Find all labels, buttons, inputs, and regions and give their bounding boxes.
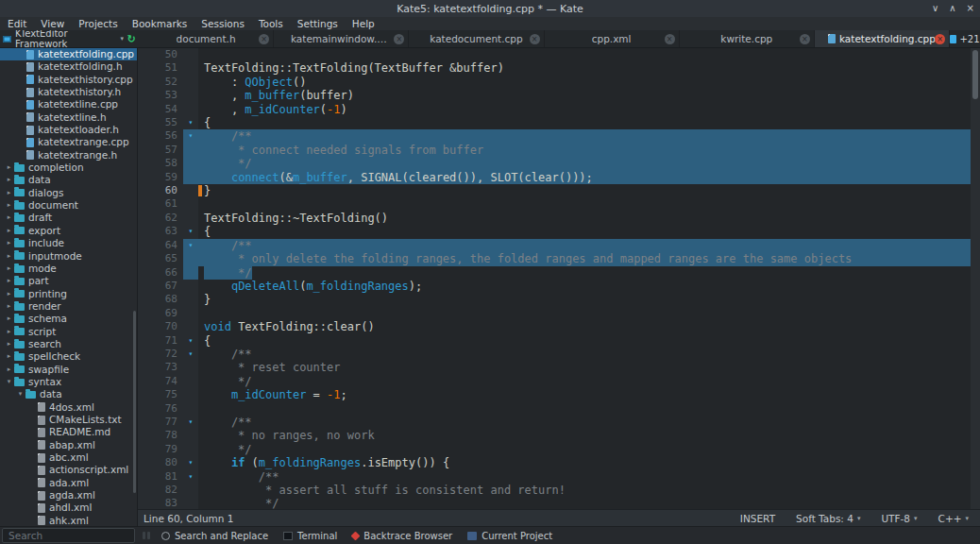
- toolview-search-replace-button[interactable]: Search and Replace: [161, 531, 268, 541]
- window-close-button[interactable]: ×: [967, 0, 974, 17]
- tab-width-selector[interactable]: Soft Tabs: 4 ▾: [796, 513, 860, 524]
- tree-item-agda.xml[interactable]: agda.xml: [0, 489, 137, 502]
- chevron-right-icon[interactable]: ▸: [4, 326, 14, 338]
- search-input[interactable]: [2, 528, 135, 543]
- toolview-backtrace-button[interactable]: Backtrace Browser: [352, 531, 452, 541]
- toolview-project-view-button[interactable]: Current Project: [467, 531, 552, 541]
- tree-item-CMakeLists.txt[interactable]: CMakeLists.txt: [0, 414, 137, 426]
- tree-item-katetextrange.cpp[interactable]: katetextrange.cpp: [0, 136, 137, 148]
- tree-item-syntax[interactable]: ▾syntax: [0, 376, 137, 388]
- tree-item-part[interactable]: ▸part: [0, 275, 137, 287]
- tree-item-swapfile[interactable]: ▸swapfile: [0, 364, 137, 376]
- tree-item-draft[interactable]: ▸draft: [0, 212, 137, 224]
- toolview-grip[interactable]: [143, 532, 150, 539]
- tree-item-README.md[interactable]: README.md: [0, 426, 137, 438]
- chevron-right-icon[interactable]: ▸: [4, 187, 14, 199]
- chevron-right-icon[interactable]: ▸: [4, 313, 14, 325]
- refresh-icon[interactable]: ↻: [124, 30, 139, 47]
- fold-marker-icon[interactable]: ▾: [189, 131, 194, 140]
- tab-overflow-button[interactable]: +21: [950, 30, 980, 47]
- chevron-right-icon[interactable]: ▸: [4, 300, 14, 313]
- tree-item-include[interactable]: ▸include: [0, 237, 137, 249]
- tree-item-spellcheck[interactable]: ▸spellcheck: [0, 350, 137, 363]
- fold-marker-icon[interactable]: ▾: [189, 349, 194, 358]
- toolview-terminal-button[interactable]: Terminal: [283, 531, 337, 541]
- project-selector[interactable]: KTextEditor Framework ▾: [0, 30, 124, 47]
- chevron-right-icon[interactable]: ▸: [4, 225, 14, 237]
- encoding-selector[interactable]: UTF-8 ▾: [881, 513, 917, 524]
- tab-cpp.xml[interactable]: cpp.xml×: [545, 30, 680, 47]
- tree-item-document[interactable]: ▸document: [0, 199, 137, 212]
- chevron-right-icon[interactable]: ▸: [4, 199, 14, 212]
- code-area[interactable]: 5051TextFolding::TextFolding(TextBuffer …: [138, 48, 980, 509]
- tree-item-ahk.xml[interactable]: ahk.xml: [0, 515, 137, 526]
- tree-item-katetextrange.h[interactable]: katetextrange.h: [0, 149, 137, 162]
- tree-item-completion[interactable]: ▸completion: [0, 162, 137, 174]
- tree-item-search[interactable]: ▸search: [0, 338, 137, 350]
- chevron-down-icon[interactable]: ▾: [4, 376, 14, 388]
- tab-close-icon[interactable]: ×: [800, 34, 810, 44]
- tab-close-icon[interactable]: ×: [394, 34, 404, 44]
- tree-item-katetextline.cpp[interactable]: katetextline.cpp: [0, 98, 137, 110]
- tree-item-katetextloader.h[interactable]: katetextloader.h: [0, 124, 137, 136]
- chevron-right-icon[interactable]: ▸: [4, 364, 14, 376]
- cursor-position[interactable]: Line 60, Column 1: [144, 513, 233, 524]
- tab-katemainwindow.cpp[interactable]: katemainwindow.cpp×: [274, 30, 409, 47]
- fold-marker-icon[interactable]: ▾: [189, 336, 194, 345]
- fold-marker-icon[interactable]: ▾: [189, 241, 194, 249]
- tab-katedocument.cpp[interactable]: katedocument.cpp×: [409, 30, 544, 47]
- tree-item-data[interactable]: ▸data: [0, 174, 137, 186]
- chevron-right-icon[interactable]: ▸: [4, 162, 14, 174]
- tree-item-abc.xml[interactable]: abc.xml: [0, 451, 137, 464]
- menu-bookmarks[interactable]: Bookmarks: [132, 17, 188, 30]
- chevron-right-icon[interactable]: ▸: [4, 174, 14, 186]
- editor-scrollbar-thumb[interactable]: [972, 50, 978, 99]
- tree-item-printing[interactable]: ▸printing: [0, 288, 137, 300]
- chevron-right-icon[interactable]: ▸: [4, 288, 14, 300]
- menu-settings[interactable]: Settings: [297, 17, 338, 30]
- chevron-right-icon[interactable]: ▸: [4, 250, 14, 263]
- tree-item-data[interactable]: ▾data: [0, 388, 137, 400]
- chevron-right-icon[interactable]: ▸: [4, 237, 14, 249]
- chevron-down-icon[interactable]: ▾: [15, 388, 25, 400]
- tree-item-katetexthistory.h[interactable]: katetexthistory.h: [0, 86, 137, 98]
- menu-view[interactable]: View: [41, 17, 64, 30]
- tree-item-dialogs[interactable]: ▸dialogs: [0, 187, 137, 199]
- tree-item-ada.xml[interactable]: ada.xml: [0, 477, 137, 489]
- window-minimize-button[interactable]: ∨: [932, 0, 938, 17]
- tree-item-katetextfolding.cpp[interactable]: katetextfolding.cpp: [0, 48, 137, 60]
- tree-item-actionscript.xml[interactable]: actionscript.xml: [0, 464, 137, 476]
- fold-marker-icon[interactable]: ▾: [189, 472, 194, 481]
- chevron-right-icon[interactable]: ▸: [4, 338, 14, 350]
- chevron-right-icon[interactable]: ▸: [4, 350, 14, 363]
- tab-close-icon[interactable]: ×: [935, 34, 945, 44]
- editor-scrollbar[interactable]: [971, 48, 980, 509]
- tab-document.h[interactable]: document.h×: [139, 30, 274, 47]
- menu-sessions[interactable]: Sessions: [201, 17, 245, 30]
- tree-item-schema[interactable]: ▸schema: [0, 313, 137, 325]
- input-mode-button[interactable]: INSERT: [740, 513, 775, 524]
- tab-close-icon[interactable]: ×: [530, 34, 540, 44]
- menu-tools[interactable]: Tools: [259, 17, 283, 30]
- fold-marker-icon[interactable]: ▾: [189, 417, 194, 426]
- window-maximize-button[interactable]: ∧: [949, 0, 955, 17]
- tree-item-katetextfolding.h[interactable]: katetextfolding.h: [0, 60, 137, 73]
- tree-item-katetexthistory.cpp[interactable]: katetexthistory.cpp: [0, 74, 137, 86]
- tree-item-4dos.xml[interactable]: 4dos.xml: [0, 401, 137, 414]
- menu-edit[interactable]: Edit: [8, 17, 26, 30]
- tree-item-abap.xml[interactable]: abap.xml: [0, 439, 137, 451]
- tree-item-inputmode[interactable]: ▸inputmode: [0, 250, 137, 263]
- tree-scrollbar[interactable]: [133, 311, 136, 492]
- tab-close-icon[interactable]: ×: [665, 34, 675, 44]
- chevron-right-icon[interactable]: ▸: [4, 275, 14, 287]
- chevron-right-icon[interactable]: ▸: [4, 263, 14, 275]
- fold-marker-icon[interactable]: ▾: [189, 118, 194, 127]
- titlebar[interactable]: Kate5: katetextfolding.cpp * — Kate ∨∧×: [0, 0, 980, 17]
- chevron-right-icon[interactable]: ▸: [4, 212, 14, 224]
- tree-item-ahdl.xml[interactable]: ahdl.xml: [0, 502, 137, 514]
- menu-help[interactable]: Help: [352, 17, 375, 30]
- tree-item-mode[interactable]: ▸mode: [0, 263, 137, 275]
- tab-katetextfolding.cpp[interactable]: katetextfolding.cpp×: [815, 30, 950, 47]
- tree-item-export[interactable]: ▸export: [0, 225, 137, 237]
- tree-item-render[interactable]: ▸render: [0, 300, 137, 313]
